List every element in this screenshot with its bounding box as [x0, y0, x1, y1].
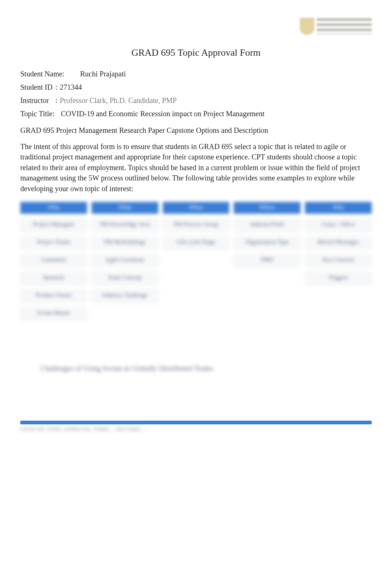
table-cell: Triggers: [305, 271, 372, 284]
student-name-label: Student Name:: [20, 68, 79, 80]
page-title: GRAD 695 Topic Approval Form: [20, 47, 372, 58]
table-col-who: Who Project Managers Project Teams Custo…: [20, 202, 87, 320]
student-id-colon: :: [55, 81, 59, 93]
table-cell: PM Methodology: [92, 236, 158, 249]
table-cell: Sponsors: [20, 271, 87, 284]
instructor-label: Instructor: [20, 94, 55, 106]
table-cell: Agile Ceremony: [92, 253, 158, 267]
table-col-where: Where Industry/Field Organization Type P…: [234, 202, 300, 320]
table-col-what: What PM Knowledge Area PM Methodology Ag…: [92, 202, 158, 320]
instructor-value: Professor Clark, Ph.D. Candidate, PMP: [60, 94, 177, 106]
table-header: Why: [305, 202, 372, 214]
table-header: Where: [234, 202, 300, 214]
table-cell: Cause / Effect: [305, 218, 372, 231]
example-topic-text: Challenges of Using Scrum in Globally Di…: [41, 364, 372, 373]
footer-divider: [20, 421, 372, 424]
student-id-row: Student ID : 271344: [20, 81, 372, 93]
table-cell: PM Process Group: [163, 218, 230, 231]
topic-title-value: COVID-19 and Economic Recession impact o…: [61, 108, 265, 120]
table-col-why: Why Cause / Effect Barrier/Shortages Key…: [305, 202, 372, 320]
table-cell: Industry/Field: [234, 218, 300, 231]
table-cell: Organization Type: [234, 236, 300, 249]
table-cell: Customers: [20, 253, 87, 267]
table-cell: Project Managers: [20, 218, 87, 231]
section-heading: GRAD 695 Project Management Research Pap…: [20, 126, 372, 135]
instructor-colon: :: [55, 94, 59, 106]
student-id-value: 271344: [60, 81, 82, 93]
table-cell: Industry Challenge: [92, 289, 158, 302]
instructor-row: Instructor : Professor Clark, Ph.D. Cand…: [20, 94, 372, 106]
student-name-row: Student Name: Ruchi Prajapati: [20, 68, 372, 80]
institution-logo: [300, 17, 372, 36]
table-cell: PM Knowledge Area: [92, 218, 158, 231]
intro-paragraph: The intent of this approval form is to e…: [20, 141, 372, 194]
table-cell: Barrier/Shortages: [305, 236, 372, 249]
logo-text: [317, 18, 372, 34]
table-header: Who: [20, 202, 87, 214]
table-col-when: When PM Process Group Life-cycle Stage: [163, 202, 230, 320]
table-cell: Product Owner: [20, 289, 87, 302]
table-header: When: [163, 202, 230, 214]
table-cell: Project Teams: [20, 236, 87, 249]
student-name-value: Ruchi Prajapati: [80, 68, 126, 80]
topic-title-label: Topic Title:: [20, 108, 60, 120]
table-cell: PMO: [234, 253, 300, 267]
table-header: What: [92, 202, 158, 214]
topic-table: Who Project Managers Project Teams Custo…: [20, 202, 372, 320]
table-cell: Life-cycle Stage: [163, 236, 230, 249]
shield-icon: [300, 18, 314, 35]
student-id-label: Student ID: [20, 81, 55, 93]
table-cell: Team Concept: [92, 271, 158, 284]
topic-title-row: Topic Title: COVID-19 and Economic Reces…: [20, 108, 372, 120]
table-cell: Key Concern: [305, 253, 372, 267]
footer-text: GRAD 695 TOPIC APPROVAL FORM — REVISED —: [20, 427, 372, 432]
table-cell: Scrum Master: [20, 307, 87, 320]
